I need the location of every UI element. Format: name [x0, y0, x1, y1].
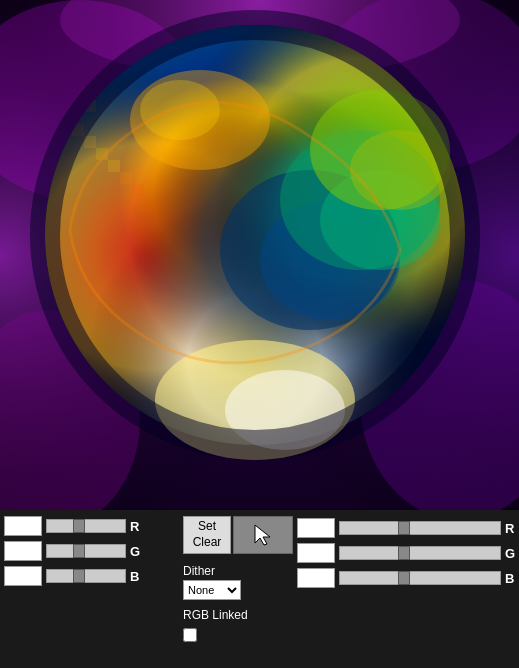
rgb-linked-checkbox[interactable] [183, 628, 197, 642]
b-slider[interactable] [46, 569, 126, 583]
right-r-channel-row: 100 R [297, 518, 515, 538]
rgb-linked-row: RGB Linked [183, 608, 293, 622]
left-rgb-panel: 100 R 100 G 100 B [4, 516, 179, 662]
right-g-value-input[interactable]: 100 [297, 543, 335, 563]
image-canvas [0, 0, 519, 510]
g-slider[interactable] [46, 544, 126, 558]
set-clear-row: Set Clear [183, 516, 293, 556]
right-r-slider[interactable] [339, 521, 501, 535]
dither-row: Dither [183, 564, 293, 578]
right-b-slider[interactable] [339, 571, 501, 585]
rgb-linked-label: RGB Linked [183, 608, 248, 622]
g-label: G [130, 544, 140, 559]
r-label: R [130, 519, 140, 534]
controls-panel: 100 R 100 G 100 B Set Clear [0, 510, 519, 668]
clear-label: Clear [193, 535, 222, 551]
right-r-label: R [505, 521, 515, 536]
svg-rect-24 [108, 160, 120, 172]
b-channel-row: 100 B [4, 566, 179, 586]
g-channel-row: 100 G [4, 541, 179, 561]
r-slider[interactable] [46, 519, 126, 533]
set-clear-button[interactable]: Set Clear [183, 516, 231, 554]
r-value-input[interactable]: 100 [4, 516, 42, 536]
set-label: Set [198, 519, 216, 535]
svg-marker-38 [255, 525, 270, 545]
svg-rect-25 [120, 172, 132, 184]
dither-select[interactable]: None [183, 580, 241, 600]
right-b-channel-row: 100 B [297, 568, 515, 588]
right-g-label: G [505, 546, 515, 561]
b-value-input[interactable]: 100 [4, 566, 42, 586]
r-channel-row: 100 R [4, 516, 179, 536]
right-g-channel-row: 100 G [297, 543, 515, 563]
b-label: B [130, 569, 140, 584]
g-value-input[interactable]: 100 [4, 541, 42, 561]
cursor-preview [233, 516, 293, 554]
svg-rect-26 [132, 184, 144, 196]
right-g-slider[interactable] [339, 546, 501, 560]
middle-panel: Set Clear Dither None RGB Linked [183, 516, 293, 662]
right-rgb-panel: 100 R 100 G 100 B [297, 516, 515, 662]
right-r-value-input[interactable]: 100 [297, 518, 335, 538]
right-b-label: B [505, 571, 515, 586]
svg-point-28 [140, 80, 220, 140]
right-b-value-input[interactable]: 100 [297, 568, 335, 588]
dither-label: Dither [183, 564, 223, 578]
